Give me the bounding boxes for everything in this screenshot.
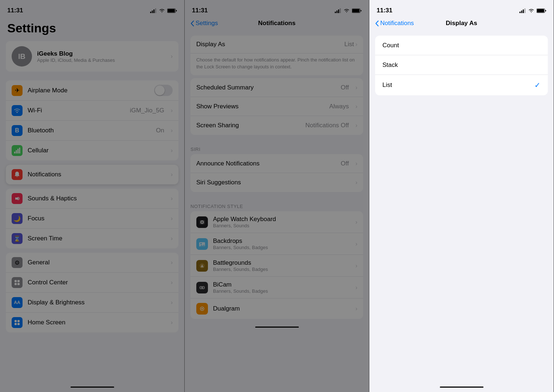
list-item-bicam[interactable]: BiCam Banners, Sounds, Badges › [190,277,363,299]
home-indicator-3 [440,387,483,388]
dualgram-icon [196,303,208,315]
wifi-value: iGM_Jio_5G [130,107,164,114]
sounds-icon [12,193,23,204]
settings-item-screentime[interactable]: ⌛ Screen Time › [6,229,178,248]
status-icons-3 [519,8,546,13]
svg-rect-12 [15,280,17,282]
show-previews-value: Always [329,103,349,110]
display-option-count[interactable]: Count [375,36,548,55]
settings-item-homescreen[interactable]: Home Screen › [6,313,178,332]
backdrops-name: Backdrops [213,237,350,245]
back-chevron-icon-3 [375,20,379,27]
svg-rect-13 [17,280,20,282]
chevron-icon: › [356,160,357,167]
bicam-icon [196,282,208,293]
show-previews-row[interactable]: Show Previews Always › [190,97,363,116]
displaybrightness-label: Display & Brightness [28,299,166,306]
svg-rect-14 [15,283,17,285]
page-title: Settings [7,21,56,35]
checkmark-icon: ✓ [534,81,541,89]
bicam-info: BiCam Banners, Sounds, Badges [213,281,350,294]
panel-notifications: 11:31 Settings [185,0,369,392]
display-as-row[interactable]: Display As List › [190,36,363,53]
panel-settings: 11:31 Settings [0,0,185,392]
settings-item-displaybrightness[interactable]: AA Display & Brightness › [6,293,178,313]
status-time-2: 11:31 [192,7,208,14]
applewatch-name: Apple Watch Keyboard [213,216,350,223]
status-time-3: 11:31 [377,7,392,14]
bicam-name: BiCam [213,281,350,288]
nav-bar-3: Notifications Display As [369,18,554,31]
screen-sharing-row[interactable]: Screen Sharing Notifications Off › [190,116,363,135]
chevron-icon: › [171,319,173,326]
list-item-battlegrounds[interactable]: Battlegrounds Banners, Sounds, Badges › [190,255,363,277]
list-item-dualgram[interactable]: Dualgram › [190,299,363,319]
settings-item-general[interactable]: ⚙ General › [6,253,178,273]
back-button-display-as[interactable]: Notifications [375,20,414,27]
svg-rect-38 [519,12,521,13]
wifi-icon-1 [159,8,165,13]
notifications-label: Notifications [28,171,166,178]
display-option-stack[interactable]: Stack [375,55,548,75]
list-option-label: List [382,81,534,89]
back-button-notifications[interactable]: Settings [190,20,218,27]
svg-rect-19 [17,323,20,325]
announce-value: Off [341,160,349,167]
settings-item-focus[interactable]: 🌙 Focus › [6,209,178,229]
svg-rect-10 [19,148,20,153]
chevron-icon: › [356,305,357,312]
display-option-list[interactable]: List ✓ [375,75,548,95]
homescreen-label: Home Screen [28,319,166,326]
cellular-label: Cellular [28,147,166,154]
chevron-icon: › [171,279,173,286]
bicam-sub: Banners, Sounds, Badges [213,288,350,294]
dualgram-name: Dualgram [213,305,350,312]
settings-item-controlcenter[interactable]: Control Center › [6,273,178,293]
svg-rect-2 [153,9,154,13]
settings-item-wifi[interactable]: Wi-Fi iGM_Jio_5G › [6,101,178,121]
svg-rect-8 [16,150,17,153]
profile-name: iGeeks Blog [37,50,166,57]
announce-notifications-row[interactable]: Announce Notifications Off › [190,154,363,173]
chevron-icon: › [171,147,173,154]
svg-rect-7 [14,152,15,153]
notification-settings-group: Scheduled Summary Off › Show Previews Al… [190,78,363,135]
settings-item-sounds[interactable]: Sounds & Haptics › [6,189,178,209]
nav-title-2: Notifications [258,20,296,27]
bluetooth-label: Bluetooth [28,127,151,134]
wifi-icon-2 [344,8,350,13]
chevron-icon: › [356,219,357,225]
notifications-icon [12,169,23,180]
wifi-icon-3 [528,8,534,13]
scheduled-summary-row[interactable]: Scheduled Summary Off › [190,78,363,97]
notifications-row[interactable]: Notifications › [6,165,178,184]
bluetooth-icon: B [12,125,23,136]
svg-point-30 [200,243,202,244]
chevron-icon: › [356,284,357,291]
svg-rect-1 [152,11,153,13]
settings-item-bluetooth[interactable]: B Bluetooth On › [6,121,178,141]
svg-rect-23 [340,8,341,13]
controlcenter-label: Control Center [28,279,166,286]
display-as-card: Display As List › Choose the default for… [190,36,363,75]
list-item-backdrops[interactable]: Backdrops Banners, Sounds, Badges › [190,233,363,255]
profile-row[interactable]: IB iGeeks Blog Apple ID, iCloud, Media &… [6,41,178,72]
svg-rect-28 [201,221,204,223]
chevron-icon: › [356,103,357,110]
system-group: ⚙ General › Control Center › AA [6,253,178,332]
list-item-applewatch[interactable]: Apple Watch Keyboard Banners, Sounds › [190,211,363,233]
settings-header: Settings [0,18,184,41]
panel-display-as: 11:31 Notifica [369,0,554,392]
chevron-icon: › [171,195,173,202]
chevron-icon: › [356,84,357,91]
chevron-icon: › [171,127,173,134]
airplane-toggle[interactable] [154,85,173,96]
settings-item-airplane[interactable]: ✈ Airplane Mode [6,80,178,101]
svg-point-37 [201,308,203,309]
siri-section-header: SIRI [185,139,369,154]
settings-item-cellular[interactable]: Cellular › [6,141,178,160]
display-as-label: Display As [196,41,344,48]
toggle-knob [155,85,165,95]
siri-suggestions-row[interactable]: Siri Suggestions › [190,173,363,192]
scheduled-summary-label: Scheduled Summary [196,84,336,91]
